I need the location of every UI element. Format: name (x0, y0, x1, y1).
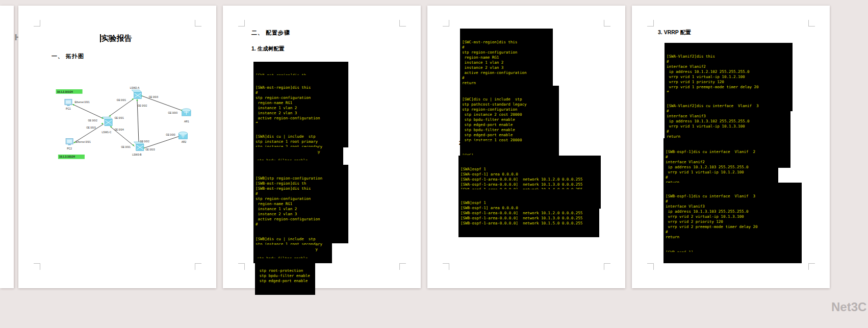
code-line: instance 2 vlan 3 (462, 65, 551, 70)
port-label: Ethernet 0/0/1 (76, 141, 91, 143)
code-line: stp bpdu-filter enable (462, 117, 557, 122)
code-line: stp instance 2 cost 20000 (462, 112, 557, 117)
code-line: instance 1 vlan 2 (462, 60, 551, 65)
code-line: vrrp vrid 1 priority 120 (667, 80, 790, 85)
page-2[interactable]: 二、 配置步骤 1. 生成树配置 [SWA-mst-region]dis th … (223, 6, 421, 288)
code-line: [SWB-ospf-1]dis cu interface Vlanif 3 (666, 194, 800, 199)
code-block-swc-stp-include[interactable]: [SWC]dis cu | include stpstp pathcost-st… (460, 86, 559, 166)
code-line: active region-configuration (462, 70, 551, 75)
code-line: [SWA-ospf-1-area-0.0.0.0] network 10.1.3… (461, 182, 599, 187)
crop-mark (443, 263, 449, 270)
code-line: ip address 10.1.2.102 255.255.255.0 (667, 69, 790, 74)
code-line: region-name RG1 (256, 201, 346, 207)
port-label: GE 0/0/0 (166, 134, 175, 136)
code-line: stp bpdu-filter enable (257, 273, 313, 279)
section-heading-topology[interactable]: 一、 拓扑图 (52, 53, 84, 60)
code-line: instance 1 vlan 2 (256, 207, 346, 212)
port-label: GE 0/0/4 (114, 129, 124, 131)
code-line: [SWB]dis cu | include stp (256, 237, 330, 242)
port-label: GE 0/0/2 (140, 140, 149, 143)
node-label: LSW2-A (130, 86, 140, 89)
switch-icon (134, 142, 144, 150)
code-line: # (256, 90, 346, 95)
topology-diagram[interactable]: 10.1.2.101/24 10.1.3.101/24 LSW2-A GE 0/… (53, 82, 196, 168)
code-block-swb-port-protect[interactable]: stp bpdu-filter enable stp root-protecti… (255, 245, 315, 295)
node-label: LSW1-C (102, 131, 112, 134)
port-label: GE 0/0/3 (86, 127, 96, 129)
ip-label: 10.1.3.101/24 (58, 155, 85, 159)
code-line: # (462, 45, 551, 50)
code-line: # (667, 129, 788, 134)
code-line: stp pathcost-standard legacy (462, 102, 557, 107)
code-line: # (666, 175, 776, 180)
port-label: GE 0/0/2 (138, 105, 147, 107)
page-title[interactable]: 实验报告 (100, 34, 132, 43)
router-icon (178, 132, 187, 139)
port-label: GE 0/0/3 (145, 148, 155, 151)
code-line: [SWB-mst-region]dis th (256, 181, 346, 186)
code-line: [SWA-ospf-1-area-0.0.0.0] network 10.1.2… (461, 177, 599, 182)
subsection-heading-stp[interactable]: 1. 生成树配置 (251, 45, 284, 53)
code-line: stp root-protection (257, 268, 313, 273)
svg-text:10.1.3.101/24: 10.1.3.101/24 (59, 155, 75, 158)
crop-mark (808, 20, 815, 27)
code-line: [SWA-mst-region]dis this (256, 85, 346, 90)
crop-mark (604, 263, 610, 270)
page-3[interactable]: [SWC-mst-region]dis this#stp region-conf… (427, 6, 625, 288)
code-line: stp edged-port enable (462, 133, 557, 138)
node-label: AR2 (182, 140, 187, 143)
code-line: ip address 10.1.3.102 255.255.255.0 (667, 119, 788, 124)
page-4[interactable]: 3. VRRP 配置 [SWA-Vlanif2]dis this#interfa… (632, 6, 830, 288)
code-line: [SWB-ospf-1]dis cu interface Vlanif 2 (666, 149, 776, 155)
svg-text:10.1.2.101/24: 10.1.2.101/24 (57, 90, 73, 93)
code-line: stp edged-port enable (462, 122, 557, 128)
code-line: [SWA-ospf-1] area 0.0.0.0 (461, 172, 599, 177)
code-line: # (667, 59, 790, 64)
code-line: [SWB-ospf-1-area-0.0.0.0] network 10.1.2… (461, 211, 597, 216)
previous-page-edge (0, 6, 14, 288)
code-line: # (667, 109, 788, 114)
ip-label: 10.1.2.101/24 (56, 89, 83, 94)
code-line: # (666, 155, 776, 160)
code-line: vrrp vrid 2 preempt-mode timer delay 20 (666, 224, 800, 230)
code-line: [SWB]ospf 1 (461, 200, 597, 206)
code-block-swb-ospf[interactable]: [SWB]ospf 1[SWB-ospf-1] area 0.0.0.0[SWB… (458, 189, 599, 237)
code-line: vrrp vrid 1 preempt-mode timer delay 20 (667, 85, 790, 90)
code-line: stp instance 1 root primary (256, 139, 341, 144)
code-line: region-name RG1 (256, 100, 346, 106)
code-line: [SWC-mst-region]dis this (462, 40, 551, 45)
code-line: ip address 10.1.2.103 255.255.255.0 (666, 165, 776, 170)
subsection-heading-vrrp[interactable]: 3. VRRP 配置 (658, 29, 691, 36)
code-line: [SWB-mst-region]dis this (256, 186, 346, 191)
code-line: vrrp vrid 2 priority 120 (666, 219, 800, 224)
editor-canvas: { "editor": { "heading_marker": "H₁", "w… (0, 0, 868, 328)
code-line: [SWA-Vlanif2]dis this (667, 54, 790, 59)
crop-mark (238, 20, 245, 27)
code-line: [SWB]stp region-configuration (256, 176, 346, 181)
code-line: # (462, 75, 551, 81)
code-line: [SWB-ospf-1] area 0.0.0.0 (461, 206, 597, 211)
code-line: [SWA]dis cu | include stp (256, 134, 341, 139)
page-1[interactable]: 实验报告 一、 拓扑图 (18, 6, 216, 288)
node-label: PC2 (67, 147, 72, 150)
code-line: [SWB-ospf-1-area-0.0.0.0] network 10.1.3… (461, 216, 597, 221)
port-label: GE 0/0/3 (149, 96, 159, 98)
code-line: # (666, 230, 800, 235)
switch-icon (103, 117, 113, 125)
code-line: return (666, 235, 800, 240)
code-line: instance 2 vlan 3 (256, 212, 346, 217)
code-line: stp region-configuration (256, 95, 346, 100)
port-label: Ethernet 0/0/1 (74, 101, 90, 104)
code-line: active region-configuration (256, 116, 346, 121)
crop-mark (808, 263, 815, 270)
code-line: vrrp vrid 2 virtual-ip 10.1.3.100 (666, 214, 800, 219)
code-line: # (256, 191, 346, 196)
subsection-heading-ospf[interactable]: 2. OSPF 配置 (459, 140, 492, 147)
code-line: stp region-configuration (462, 50, 551, 55)
section-heading-config-steps[interactable]: 二、 配置步骤 (251, 29, 290, 37)
code-line: interface Vlanif3 (667, 114, 788, 119)
code-line: stp bpdu-filter enable (462, 128, 557, 133)
code-line: ip address 10.1.3.103 255.255.255.0 (666, 209, 800, 214)
code-block-swb-vlanif3[interactable]: [SWB-ospf-1]dis cu interface Vlanif 3#in… (663, 183, 802, 263)
code-line: stp region-configuration (462, 107, 557, 112)
